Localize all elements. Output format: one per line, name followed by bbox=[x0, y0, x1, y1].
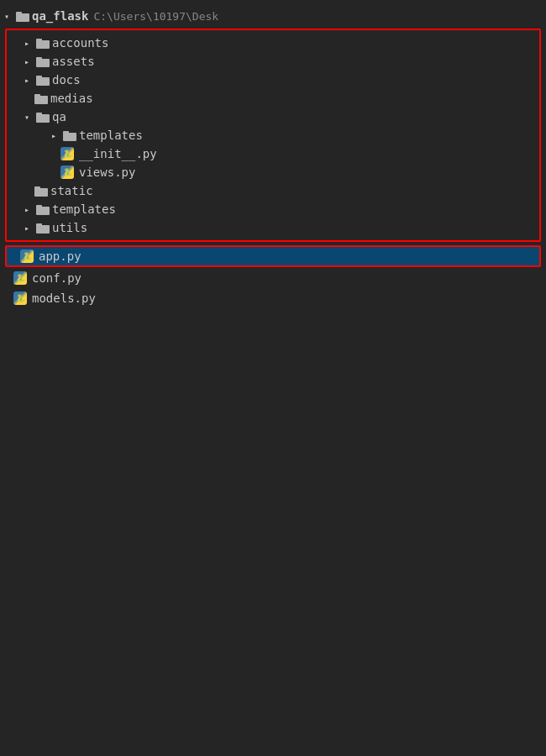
svg-rect-5 bbox=[36, 57, 42, 60]
file-item-models-py[interactable]: 🐍 models.py bbox=[0, 289, 546, 307]
accounts-chevron bbox=[20, 36, 34, 50]
views-py-label: views.py bbox=[79, 165, 135, 179]
svg-rect-3 bbox=[36, 39, 42, 42]
svg-rect-11 bbox=[36, 113, 42, 116]
qa-templates-folder-icon bbox=[62, 129, 77, 142]
svg-rect-17 bbox=[36, 205, 42, 208]
templates-chevron bbox=[20, 202, 34, 216]
init-py-icon: 🐍 bbox=[60, 147, 74, 160]
file-item-views-py[interactable]: 🐍 views.py bbox=[7, 163, 539, 181]
assets-folder-icon bbox=[35, 55, 50, 68]
static-folder-icon bbox=[34, 184, 49, 197]
qa-label: qa bbox=[52, 110, 66, 123]
folder-item-accounts[interactable]: accounts bbox=[7, 34, 539, 52]
medias-label: medias bbox=[50, 92, 93, 105]
conf-py-icon: 🐍 bbox=[13, 271, 27, 285]
root-chevron bbox=[0, 9, 13, 23]
folder-item-assets[interactable]: assets bbox=[7, 52, 539, 71]
root-folder-icon bbox=[15, 9, 30, 23]
app-py-label: app.py bbox=[39, 249, 81, 263]
folder-item-templates[interactable]: templates bbox=[7, 200, 539, 218]
medias-folder-icon bbox=[34, 92, 49, 105]
folder-item-utils[interactable]: utils bbox=[7, 218, 539, 237]
app-py-icon: 🐍 bbox=[20, 249, 34, 263]
qa-templates-chevron bbox=[47, 129, 60, 142]
file-explorer: qa_flask C:\Users\10197\Desk accounts bbox=[0, 0, 546, 756]
accounts-folder-icon bbox=[35, 36, 50, 50]
folder-item-qa-templates[interactable]: templates bbox=[7, 126, 539, 144]
docs-label: docs bbox=[52, 73, 81, 87]
qa-folder-icon bbox=[35, 110, 50, 123]
highlighted-section: accounts assets docs bbox=[5, 29, 541, 242]
docs-chevron bbox=[20, 73, 34, 87]
svg-rect-9 bbox=[34, 94, 40, 97]
assets-chevron bbox=[20, 55, 34, 68]
utils-folder-icon bbox=[35, 221, 50, 234]
accounts-label: accounts bbox=[52, 36, 108, 50]
folder-item-docs[interactable]: docs bbox=[7, 71, 539, 89]
static-label: static bbox=[50, 184, 93, 197]
selected-file-item[interactable]: 🐍 app.py bbox=[5, 245, 541, 267]
file-item-conf-py[interactable]: 🐍 conf.py bbox=[0, 269, 546, 287]
assets-label: assets bbox=[52, 55, 95, 68]
file-item-init-py[interactable]: 🐍 __init__.py bbox=[7, 144, 539, 163]
qa-templates-label: templates bbox=[79, 129, 143, 142]
root-folder[interactable]: qa_flask C:\Users\10197\Desk bbox=[0, 7, 546, 25]
conf-py-label: conf.py bbox=[32, 271, 81, 285]
docs-folder-icon bbox=[35, 73, 50, 87]
models-py-label: models.py bbox=[32, 291, 96, 305]
folder-item-qa[interactable]: qa bbox=[7, 108, 539, 126]
utils-chevron bbox=[20, 221, 34, 234]
svg-rect-1 bbox=[16, 12, 22, 15]
folder-item-medias[interactable]: medias bbox=[7, 89, 539, 108]
root-path: C:\Users\10197\Desk bbox=[93, 10, 218, 23]
svg-rect-19 bbox=[36, 223, 42, 227]
root-label: qa_flask bbox=[32, 9, 88, 23]
folder-item-static[interactable]: static bbox=[7, 181, 539, 200]
svg-rect-15 bbox=[34, 186, 40, 190]
views-py-icon: 🐍 bbox=[60, 165, 74, 179]
svg-rect-13 bbox=[63, 131, 69, 134]
utils-label: utils bbox=[52, 221, 87, 234]
templates-label: templates bbox=[52, 202, 116, 216]
templates-folder-icon bbox=[35, 202, 50, 216]
svg-rect-7 bbox=[36, 76, 42, 79]
models-py-icon: 🐍 bbox=[13, 291, 27, 305]
init-py-label: __init__.py bbox=[79, 147, 157, 160]
qa-chevron bbox=[20, 110, 34, 123]
